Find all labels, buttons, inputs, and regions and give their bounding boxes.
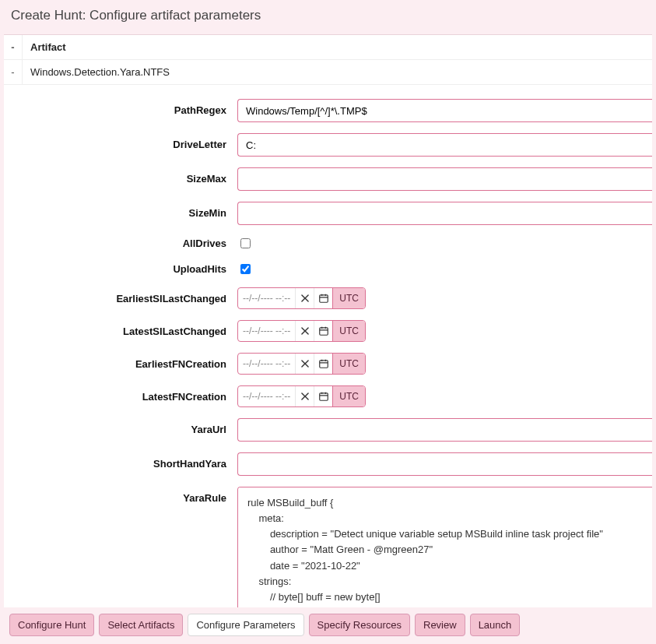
label-alldrives: AllDrives: [4, 238, 237, 249]
label-pathregex: PathRegex: [4, 99, 237, 116]
input-driveletter[interactable]: [237, 133, 652, 157]
parameters-form: PathRegex DriveLetter SizeMax SizeMin Al: [4, 85, 652, 611]
calendar-icon[interactable]: [314, 321, 332, 341]
label-driveletter: DriveLetter: [4, 133, 237, 150]
wizard-step-launch[interactable]: Launch: [470, 614, 521, 636]
calendar-icon[interactable]: [314, 354, 332, 374]
textarea-yararule[interactable]: [237, 487, 652, 611]
datetime-placeholder: --/--/---- --:--: [238, 288, 295, 308]
label-sizemax: SizeMax: [4, 167, 237, 185]
datetime-placeholder: --/--/---- --:--: [238, 321, 295, 341]
clear-icon[interactable]: [295, 288, 314, 308]
artifact-table-header: - Artifact: [4, 35, 652, 60]
input-pathregex[interactable]: [237, 99, 652, 122]
label-yaraurl: YaraUrl: [4, 418, 237, 435]
wizard-step-configure-parameters[interactable]: Configure Parameters: [188, 614, 303, 636]
label-earliest-si: EarliestSILastChanged: [4, 293, 237, 304]
svg-rect-2: [320, 295, 328, 302]
checkbox-alldrives[interactable]: [240, 238, 251, 248]
svg-rect-8: [320, 328, 328, 335]
clear-icon[interactable]: [295, 354, 314, 374]
row-collapse-toggle[interactable]: -: [4, 60, 23, 84]
datetime-latest-fn[interactable]: --/--/---- --:-- UTC: [237, 385, 366, 407]
timezone-button[interactable]: UTC: [332, 321, 365, 341]
artifact-name: Windows.Detection.Yara.NTFS: [23, 60, 652, 84]
checkbox-uploadhits[interactable]: [240, 264, 251, 274]
label-uploadhits: UploadHits: [4, 263, 237, 275]
input-sizemax[interactable]: [237, 167, 652, 191]
clear-icon[interactable]: [295, 321, 314, 341]
label-yararule: YaraRule: [4, 487, 237, 504]
timezone-button[interactable]: UTC: [332, 386, 365, 406]
collapse-all-toggle[interactable]: -: [4, 35, 23, 59]
input-sizemin[interactable]: [237, 202, 652, 225]
calendar-icon[interactable]: [314, 288, 332, 308]
artifact-panel: - Artifact - Windows.Detection.Yara.NTFS…: [4, 34, 652, 611]
timezone-button[interactable]: UTC: [332, 288, 365, 308]
label-earliest-fn: EarliestFNCreation: [4, 358, 237, 370]
wizard-step-specify-resources[interactable]: Specify Resources: [309, 614, 410, 636]
wizard-steps: Configure HuntSelect ArtifactsConfigure …: [0, 607, 656, 644]
input-yaraurl[interactable]: [237, 418, 652, 442]
wizard-step-select-artifacts[interactable]: Select Artifacts: [99, 614, 183, 636]
artifact-column-header: Artifact: [23, 35, 652, 59]
label-latest-si: LatestSILastChanged: [4, 326, 237, 337]
svg-rect-20: [320, 393, 328, 400]
calendar-icon[interactable]: [314, 386, 332, 406]
datetime-earliest-si[interactable]: --/--/---- --:-- UTC: [237, 287, 366, 309]
datetime-placeholder: --/--/---- --:--: [238, 386, 295, 406]
datetime-placeholder: --/--/---- --:--: [238, 354, 295, 374]
wizard-step-configure-hunt[interactable]: Configure Hunt: [9, 614, 94, 636]
page-title: Create Hunt: Configure artifact paramete…: [0, 0, 656, 34]
clear-icon[interactable]: [295, 386, 314, 406]
input-shorthandyara[interactable]: [237, 452, 652, 476]
datetime-latest-si[interactable]: --/--/---- --:-- UTC: [237, 320, 366, 342]
artifact-row[interactable]: - Windows.Detection.Yara.NTFS: [4, 60, 652, 85]
label-sizemin: SizeMin: [4, 202, 237, 219]
svg-rect-14: [320, 361, 328, 368]
label-latest-fn: LatestFNCreation: [4, 391, 237, 403]
timezone-button[interactable]: UTC: [332, 354, 365, 374]
wizard-step-review[interactable]: Review: [415, 614, 465, 636]
label-shorthandyara: ShortHandYara: [4, 452, 237, 470]
datetime-earliest-fn[interactable]: --/--/---- --:-- UTC: [237, 353, 366, 375]
